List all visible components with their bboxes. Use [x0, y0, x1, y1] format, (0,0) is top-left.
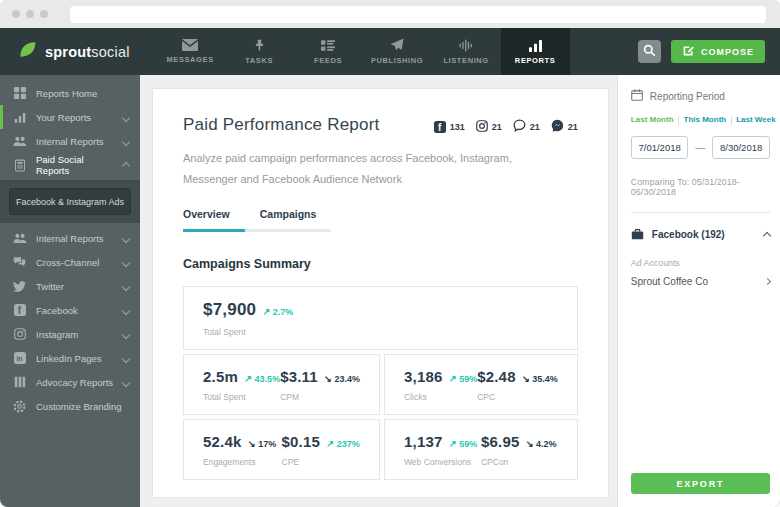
list-icon [321, 39, 335, 52]
nav-item-tasks[interactable]: TASKS [225, 28, 294, 75]
trend-down-delta: 4.2% [525, 438, 556, 449]
metric-engagements: 52.4k17% Engagements [203, 433, 282, 467]
people-icon [12, 136, 27, 147]
sidebar-item-cross-channel[interactable]: Cross-Channel [0, 250, 140, 274]
brand-text: sproutsocial [45, 44, 130, 60]
browser-window: sproutsocial MESSAGES TASKS FEEDS PUBLIS… [0, 0, 780, 507]
quick-link-last-week[interactable]: Last Week [732, 116, 780, 125]
sidebar-item-internal-reports[interactable]: Internal Reports [0, 129, 140, 153]
search-button[interactable] [638, 40, 661, 63]
chevron-down-icon [123, 305, 129, 316]
chevron-down-icon [123, 257, 129, 268]
sidebar-item-paid-social-reports[interactable]: Paid Social Reports [0, 153, 140, 177]
facebook-account-group[interactable]: Facebook (192) [631, 228, 770, 242]
report-settings-panel: Reporting Period Last Month This Month L… [617, 75, 780, 507]
nav-item-reports[interactable]: REPORTS [501, 28, 570, 75]
sidebar-item-your-reports[interactable]: Your Reports [0, 105, 140, 129]
export-button[interactable]: EXPORT [631, 473, 770, 494]
address-bar[interactable] [70, 6, 766, 23]
ad-accounts-label: Ad Accounts [631, 258, 770, 268]
sidebar-item-customize-branding[interactable]: Customize Branding [0, 394, 140, 418]
calculator-icon [12, 159, 27, 172]
nav-item-feeds[interactable]: FEEDS [294, 28, 363, 75]
quick-link-last-month[interactable]: Last Month [631, 116, 679, 125]
browser-chrome [0, 0, 780, 28]
profile-counts: 131 21 21 21 [434, 119, 578, 134]
nav-menu: MESSAGES TASKS FEEDS PUBLISHING LISTENIN… [156, 28, 570, 75]
start-date-input[interactable]: 7/01/2018 [631, 136, 689, 159]
sidebar-item-linkedin-pages[interactable]: LinkedIn Pages [0, 346, 140, 370]
report-description: Analyze paid campaign performances acros… [183, 148, 558, 191]
top-nav: sproutsocial MESSAGES TASKS FEEDS PUBLIS… [0, 28, 780, 75]
chevron-down-icon [123, 281, 129, 292]
section-title: Campaigns Summary [183, 257, 578, 271]
sidebar-subitem-facebook-instagram-ads[interactable]: Facebook & Instagram Ads [9, 188, 131, 215]
metric-cell: 1,13759% Web Conversions $6.954.2% CPCon [384, 419, 578, 480]
sidebar-item-twitter[interactable]: Twitter [0, 274, 140, 298]
chevron-down-icon [123, 233, 129, 244]
linkedin-icon [12, 352, 27, 364]
trend-down-delta: 35.4% [522, 373, 558, 384]
twitter-icon [12, 281, 27, 292]
metric-web-conversions: 1,13759% Web Conversions [404, 433, 481, 467]
messenger-profile-count: 21 [513, 119, 540, 134]
end-date-input[interactable]: 8/30/2018 [712, 136, 770, 159]
messenger-icon [513, 119, 526, 134]
report-tabs: Overview Campaigns [183, 208, 578, 232]
chat-bubbles-icon [12, 256, 27, 268]
metric-total-spent-hero: $7,900 2.7% Total Spent [183, 286, 578, 350]
gear-icon [12, 400, 27, 413]
sprout-social-logo[interactable]: sproutsocial [0, 28, 156, 75]
sidebar-item-reports-home[interactable]: Reports Home [0, 81, 140, 105]
chat-bubble-icon [551, 119, 564, 134]
people-icon [12, 233, 27, 244]
sidebar-item-instagram[interactable]: Instagram [0, 322, 140, 346]
metric-cpm: $3.1123.4% CPM [280, 368, 360, 402]
window-controls[interactable] [12, 10, 48, 18]
nav-item-messages[interactable]: MESSAGES [156, 28, 225, 75]
reporting-period-header: Reporting Period [631, 89, 770, 103]
envelope-icon [182, 39, 198, 51]
chevron-down-icon [123, 377, 129, 388]
date-range-separator: — [695, 142, 705, 153]
paper-plane-icon [390, 38, 404, 52]
main-content: Paid Performance Report 131 21 21 [140, 75, 617, 507]
quick-link-this-month[interactable]: This Month [679, 116, 732, 125]
quick-range-links: Last Month This Month Last Week This Wee… [631, 116, 770, 125]
ad-account-sprout-coffee-co[interactable]: Sprout Coffee Co [631, 276, 770, 287]
paid-social-submenu: Facebook & Instagram Ads [0, 180, 140, 223]
search-icon [643, 43, 656, 61]
bar-chart-icon [12, 112, 27, 123]
metric-cpe: $0.15237% CPE [282, 433, 361, 467]
columns-icon [12, 376, 27, 388]
chevron-up-icon [123, 160, 129, 171]
tab-overview[interactable]: Overview [183, 208, 245, 232]
facebook-icon [12, 304, 27, 316]
chevron-down-icon [123, 329, 129, 340]
trend-up-delta: 237% [326, 438, 360, 449]
sidebar-item-facebook[interactable]: Facebook [0, 298, 140, 322]
trend-up-delta: 2.7% [262, 306, 293, 317]
nav-item-publishing[interactable]: PUBLISHING [363, 28, 432, 75]
trend-down-delta: 17% [248, 438, 277, 449]
trend-up-delta: 43.5% [244, 373, 280, 384]
sidebar-item-advocacy-reports[interactable]: Advocacy Reports [0, 370, 140, 394]
campaigns-summary-grid: $7,900 2.7% Total Spent 2.5m43.5% Total … [183, 286, 578, 480]
nav-item-listening[interactable]: LISTENING [432, 28, 501, 75]
instagram-icon [476, 120, 488, 134]
sidebar-item-internal-reports-2[interactable]: Internal Reports [0, 226, 140, 250]
chevron-down-icon [123, 136, 129, 147]
metric-value: $7,900 [203, 300, 256, 320]
report-card: Paid Performance Report 131 21 21 [152, 88, 609, 498]
reports-sidebar: Reports Home Your Reports Internal Repor… [0, 75, 140, 507]
metric-cell: 3,18659% Clicks $2.4835.4% CPC [384, 354, 578, 415]
panel-divider [631, 212, 770, 213]
instagram-icon [12, 328, 27, 340]
pushpin-icon [253, 39, 266, 52]
compose-button[interactable]: COMPOSE [671, 40, 765, 63]
tab-campaigns[interactable]: Campaigns [245, 208, 332, 232]
calendar-icon [631, 89, 643, 103]
facebook-profile-count: 131 [434, 121, 465, 133]
compose-icon [682, 44, 695, 59]
metric-cell: 2.5m43.5% Total Spent $3.1123.4% CPM [183, 354, 380, 415]
